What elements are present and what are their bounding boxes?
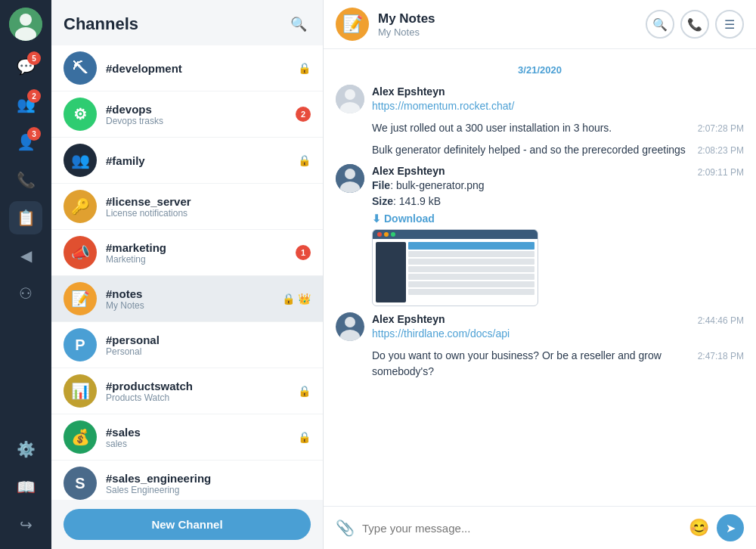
svg-point-4 <box>345 89 355 100</box>
table-row: We just rolled out a 300 user installati… <box>336 117 744 139</box>
message-sender: Alex Epshteyn <box>372 313 445 325</box>
search-icon: 🔍 <box>652 17 668 32</box>
message-time: 2:47:18 PM <box>698 348 744 361</box>
channel-info: #license_server License notifications <box>106 195 302 219</box>
attach-button[interactable]: 📎 <box>336 519 355 537</box>
team-badge: 2 <box>27 89 41 103</box>
sidebar-item-settings[interactable]: ⚙️ <box>9 433 42 466</box>
message-content: Alex Epshteyn File: bulk-generator.png S… <box>372 164 690 306</box>
list-item[interactable]: 📝 #notes My Notes 🔒👑 <box>51 276 323 322</box>
channel-avatar: ⚙ <box>64 98 97 131</box>
channel-name: #personal <box>106 333 302 346</box>
list-item[interactable]: 📣 #marketing Marketing 1 <box>51 230 323 276</box>
channel-sub: Marketing <box>106 254 287 265</box>
list-item[interactable]: P #personal Personal <box>51 322 323 368</box>
sidebar-item-phone[interactable]: 📞 <box>9 163 42 197</box>
chat-channel-avatar: 📝 <box>336 8 369 41</box>
chat-menu-button[interactable]: ☰ <box>715 10 744 39</box>
message-text: Bulk generator definitely helped - and s… <box>372 142 690 158</box>
list-item[interactable]: 💰 #sales sales 🔒 <box>51 414 323 461</box>
date-divider: 3/21/2020 <box>336 64 744 76</box>
list-item[interactable]: 👥 #family 🔒 <box>51 138 323 184</box>
logout-icon: ↪ <box>20 516 33 534</box>
message-content: We just rolled out a 300 user installati… <box>372 120 690 136</box>
lock-icon: 🔒 <box>298 385 311 397</box>
channel-avatar: ⛏ <box>64 51 97 85</box>
channel-name: #marketing <box>106 241 287 254</box>
channel-badge: 2 <box>296 107 311 122</box>
new-channel-button[interactable]: New Channel <box>64 509 311 540</box>
list-item[interactable]: ⚙ #devops Devops trasks 2 <box>51 92 323 138</box>
channel-info: #sales sales <box>106 426 289 449</box>
channel-info: #sales_engineering Sales Engineering <box>106 472 302 495</box>
message-link[interactable]: https://thirdlane.com/docs/api <box>372 327 510 340</box>
lock-icon: 🔒 <box>282 293 295 305</box>
channel-meta: 2 <box>296 107 311 122</box>
collapse-icon: ◀ <box>20 247 32 265</box>
channel-name: #sales_engineering <box>106 472 302 485</box>
chat-panel: 📝 My Notes My Notes 🔍 📞 ☰ 3/21/2020 <box>324 0 756 549</box>
lock-icon: 🔒 <box>298 62 311 74</box>
svg-point-10 <box>345 317 355 327</box>
voicemail-icon: ⚇ <box>19 284 33 302</box>
sidebar-item-logout[interactable]: ↪ <box>9 508 42 541</box>
sidebar-item-collapse[interactable]: ◀ <box>9 239 42 272</box>
channel-sub: Products Watch <box>106 392 289 403</box>
list-item[interactable]: S #sales_engineering Sales Engineering <box>51 461 323 500</box>
channel-avatar: 📣 <box>64 236 97 269</box>
message-text: https://thirdlane.com/docs/api <box>372 326 690 342</box>
list-item[interactable]: ⛏ #development 🔒 <box>51 45 323 92</box>
channel-avatar: S <box>64 467 97 500</box>
message-time: 2:44:46 PM <box>698 312 744 326</box>
sidebar-item-team[interactable]: 👥 2 <box>9 88 42 121</box>
channel-meta: 🔒👑 <box>282 293 311 305</box>
download-link[interactable]: ⬇ Download <box>372 212 690 225</box>
chat-call-button[interactable]: 📞 <box>680 10 709 39</box>
channel-info: #development <box>106 62 289 75</box>
channel-sub: sales <box>106 439 289 449</box>
user-avatar[interactable] <box>9 8 42 41</box>
channel-info: #personal Personal <box>106 333 302 357</box>
message-input-area: 📎 😊 ➤ <box>324 506 756 549</box>
messages-area: 3/21/2020 Alex Epshteyn https://momentum… <box>324 49 756 506</box>
channel-name: #devops <box>106 103 287 116</box>
channel-avatar: 💰 <box>64 420 97 454</box>
avatar <box>336 312 364 341</box>
channel-badge: 1 <box>296 245 311 260</box>
channels-search-button[interactable]: 🔍 <box>287 12 311 36</box>
sidebar-item-contacts[interactable]: 👤 3 <box>9 126 42 159</box>
sidebar-item-voicemail[interactable]: ⚇ <box>9 277 42 310</box>
phone-icon: 📞 <box>687 17 702 32</box>
sidebar-item-messages[interactable]: 💬 5 <box>9 50 42 83</box>
download-label: Download <box>384 212 435 225</box>
channel-name: #family <box>106 154 289 167</box>
table-row: Alex Epshteyn File: bulk-generator.png S… <box>336 161 744 309</box>
avatar <box>336 85 364 113</box>
list-item[interactable]: 🔑 #license_server License notifications <box>51 184 323 230</box>
message-text: File: bulk-generator.png Size: 141.9 kB <box>372 178 690 209</box>
channel-sub: Sales Engineering <box>106 485 302 495</box>
search-icon: 🔍 <box>290 16 307 33</box>
table-row: Alex Epshteyn https://momentum.rocket.ch… <box>336 82 744 117</box>
message-text: Do you want to own your business? Or be … <box>372 348 690 380</box>
channel-avatar: 📝 <box>64 282 97 315</box>
channel-name: #notes <box>106 287 273 300</box>
send-button[interactable]: ➤ <box>717 514 744 541</box>
chat-search-button[interactable]: 🔍 <box>646 10 674 39</box>
list-item[interactable]: 📊 #productswatch Products Watch 🔒 <box>51 368 323 414</box>
chat-subtitle: My Notes <box>378 26 637 38</box>
message-input[interactable] <box>362 522 681 535</box>
sidebar-item-book[interactable]: 📖 <box>9 470 42 504</box>
contacts-badge: 3 <box>27 127 41 141</box>
chat-header-actions: 🔍 📞 ☰ <box>646 10 744 39</box>
message-sender: Alex Epshteyn <box>372 165 445 177</box>
channel-sub: License notifications <box>106 208 302 219</box>
message-text: https://momentum.rocket.chat/ <box>372 98 736 114</box>
phone-icon: 📞 <box>17 171 36 189</box>
message-link[interactable]: https://momentum.rocket.chat/ <box>372 100 514 112</box>
message-content: Bulk generator definitely helped - and s… <box>372 142 690 158</box>
sidebar-item-clipboard[interactable]: 📋 <box>9 201 42 234</box>
channel-name: #sales <box>106 426 289 439</box>
emoji-button[interactable]: 😊 <box>689 518 709 538</box>
channels-header: Channels 🔍 <box>51 0 323 45</box>
